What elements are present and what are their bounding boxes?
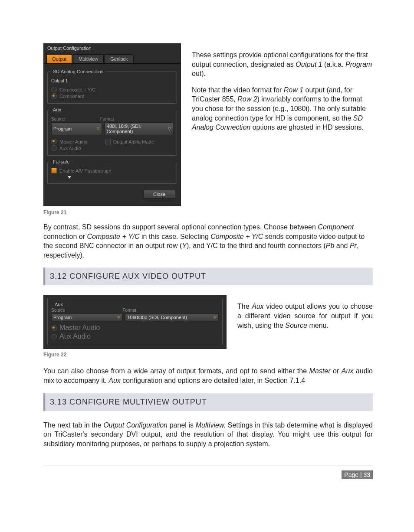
radio-icon bbox=[51, 139, 57, 144]
tab-genlock[interactable]: Genlock bbox=[105, 54, 133, 63]
source-col-label: Source bbox=[51, 117, 98, 121]
tab-output[interactable]: Output bbox=[46, 54, 72, 63]
radio-composite[interactable]: Composite + Y/C bbox=[51, 87, 173, 92]
page-badge: Page | 33 bbox=[342, 470, 373, 479]
format-col-label: Format bbox=[100, 117, 173, 121]
checkbox-icon bbox=[105, 139, 111, 144]
source-col-label: Source bbox=[51, 308, 118, 313]
failsafe-legend: Failsafe bbox=[51, 159, 72, 164]
check-output-alpha[interactable]: Output Alpha Matte bbox=[105, 139, 173, 144]
check-label: Enable A/V Passthrough bbox=[59, 168, 111, 173]
radio-label: Master Audio bbox=[59, 139, 87, 144]
radio-label: Aux Audio bbox=[59, 146, 81, 151]
format-col-label: Format bbox=[122, 308, 219, 313]
chevron-down-icon: ▽ bbox=[168, 127, 171, 131]
section-header-312: 3.12 CONFIGURE AUX VIDEO OUTPUT bbox=[43, 268, 373, 285]
dropdown-value: Program bbox=[53, 315, 72, 320]
aux-legend: Aux bbox=[51, 107, 63, 112]
cursor-icon: ➤ bbox=[67, 174, 72, 180]
output1-label: Output 1 bbox=[51, 78, 173, 83]
dropdown-value: 480i, 16:9, (SDI, Component) bbox=[107, 124, 168, 134]
section-header-313: 3.13 CONFIGURE MULTIVIEW OUTPUT bbox=[43, 393, 373, 411]
radio-icon bbox=[51, 145, 57, 151]
close-button[interactable]: Close bbox=[143, 190, 175, 199]
radio-label: Aux Audio bbox=[59, 333, 91, 340]
footer-rule bbox=[43, 466, 373, 466]
aux-source-dropdown[interactable]: Program ▽ bbox=[51, 313, 122, 321]
figure-caption: Figure 22 bbox=[43, 352, 373, 358]
radio-icon bbox=[51, 325, 57, 331]
dropdown-value: Program bbox=[53, 126, 72, 131]
checkbox-icon bbox=[51, 168, 57, 173]
radio-component[interactable]: Component bbox=[51, 93, 173, 99]
aux-group: Aux Source Format Program ▽ 480i, 16:9, bbox=[47, 107, 177, 156]
radio-label: Component bbox=[59, 94, 84, 99]
radio-aux-audio[interactable]: Aux Audio bbox=[51, 145, 105, 151]
dropdown-value: 1080/30p (SDI, Component) bbox=[127, 315, 187, 320]
paragraph: The Aux video output allows you to choos… bbox=[237, 302, 373, 330]
radio-icon bbox=[51, 93, 57, 99]
output-config-panel: Output Configuration Output Multiview Ge… bbox=[43, 43, 181, 206]
sd-analog-group: SD Analog Connections Output 1 Composite… bbox=[47, 69, 177, 104]
check-passthrough[interactable]: Enable A/V Passthrough bbox=[51, 168, 173, 173]
chevron-down-icon: ▽ bbox=[214, 315, 217, 320]
aux-format-dropdown[interactable]: 1080/30p (SDI, Component) ▽ bbox=[125, 313, 219, 321]
radio-label: Master Audio bbox=[59, 324, 100, 332]
aux-output-panel: Aux Source Format Program ▽ 1080/30p (SD… bbox=[43, 295, 227, 349]
tab-bar: Output Multiview Genlock bbox=[44, 52, 181, 64]
aux-legend: Aux bbox=[53, 302, 65, 307]
figure-caption: Figure 21 bbox=[43, 209, 373, 215]
paragraph: The next tab in the Output Configuration… bbox=[43, 421, 373, 449]
chevron-down-icon: ▽ bbox=[117, 315, 120, 320]
source-dropdown[interactable]: Program ▽ bbox=[51, 122, 102, 135]
paragraph: These settings provide optional configur… bbox=[192, 50, 373, 78]
chevron-down-icon: ▽ bbox=[97, 127, 100, 131]
radio-icon bbox=[51, 87, 57, 92]
page-footer: Page | 33 bbox=[43, 470, 373, 479]
radio-master-audio-2[interactable]: Master Audio bbox=[51, 324, 219, 332]
paragraph: You can also choose from a wide array of… bbox=[43, 366, 373, 385]
format-dropdown[interactable]: 480i, 16:9, (SDI, Component) ▽ bbox=[105, 122, 173, 135]
check-label: Output Alpha Matte bbox=[113, 139, 154, 144]
radio-master-audio[interactable]: Master Audio bbox=[51, 139, 105, 144]
radio-aux-audio-2[interactable]: Aux Audio bbox=[51, 333, 219, 340]
radio-label: Composite + Y/C bbox=[59, 87, 95, 92]
panel-title: Output Configuration bbox=[44, 44, 181, 52]
paragraph: Note that the video format for Row 1 out… bbox=[192, 85, 373, 132]
paragraph: By contrast, SD sessions do support seve… bbox=[43, 222, 373, 260]
tab-multiview[interactable]: Multiview bbox=[73, 54, 104, 63]
radio-icon bbox=[51, 334, 57, 339]
failsafe-group: Failsafe Enable A/V Passthrough ➤ bbox=[47, 159, 177, 184]
sd-analog-legend: SD Analog Connections bbox=[51, 69, 105, 74]
